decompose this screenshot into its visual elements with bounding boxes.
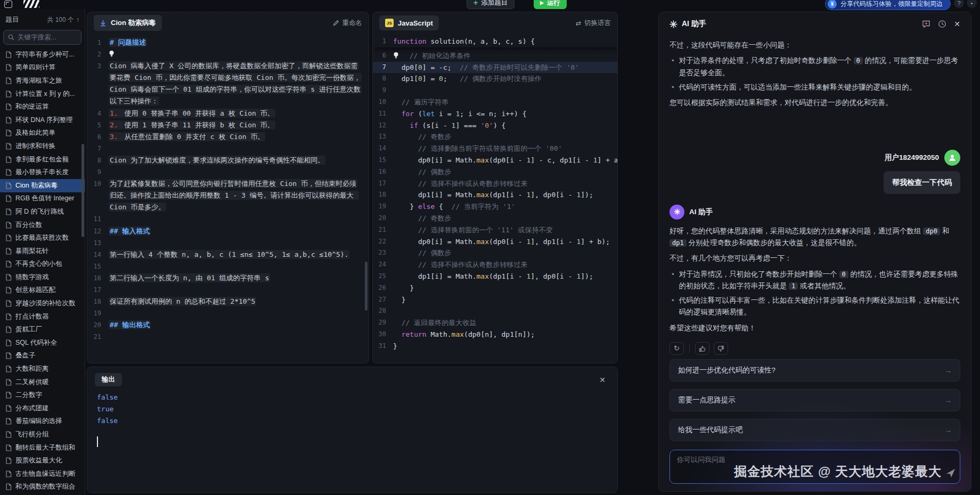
- regenerate-icon[interactable]: ↻: [669, 342, 684, 355]
- sidebar-item[interactable]: 及格如此简单: [0, 127, 85, 140]
- sidebar-item[interactable]: 阿 D 的飞行路线: [0, 205, 85, 218]
- lightbulb-icon: [393, 52, 399, 59]
- thumbs-up-icon[interactable]: [695, 342, 709, 355]
- juejin-logo-icon[interactable]: [23, 0, 39, 8]
- code-line: 23 // 偶数步: [373, 247, 617, 259]
- sidebar-item-label: 简单四则计算: [15, 63, 55, 72]
- thumbs-down-icon[interactable]: [714, 342, 728, 355]
- sidebar-item[interactable]: 番茄编辑的选择: [0, 415, 85, 428]
- language-tab[interactable]: JS JavaScript: [379, 15, 439, 30]
- ai-message-header: AI 助手: [669, 205, 960, 220]
- desc-line: 18保证所有测试用例的 n 的总和不超过 2*10^5: [87, 296, 369, 307]
- code-editor-panel: JS JavaScript ⇄ 切换语言 1function solution(…: [372, 12, 618, 363]
- sidebar-item[interactable]: 字符串有多少种可...: [0, 48, 85, 61]
- sidebar-item-label: 穿越沙漠的补给次数: [15, 299, 76, 308]
- promo-banner[interactable]: ¥ 分享代码练习体验，领限量定制周边: [825, 0, 951, 10]
- plus-icon: +: [473, 0, 478, 7]
- sidebar-item[interactable]: 飞行棋分组: [0, 428, 85, 441]
- sidebar-item[interactable]: 环状 DNA 序列整理: [0, 113, 85, 127]
- suggested-prompt-label: 需要一点思路提示: [678, 395, 736, 405]
- help-icon[interactable]: ?: [954, 0, 964, 8]
- output-tab[interactable]: 输出: [95, 373, 122, 386]
- sidebar-item[interactable]: 简单四则计算: [0, 61, 85, 75]
- sidebar-item[interactable]: 比赛最高获胜次数: [0, 231, 85, 245]
- sidebar-item[interactable]: 和为偶数的数字组合: [0, 481, 85, 494]
- close-output-icon[interactable]: ✕: [599, 376, 606, 384]
- document-icon: [5, 51, 12, 58]
- code-editor[interactable]: 1function solution(n, a, b, c, s) {6 // …: [373, 34, 617, 352]
- sidebar-item[interactable]: 青海湖租车之旅: [0, 74, 85, 87]
- rename-button[interactable]: 重命名: [333, 19, 363, 28]
- ai-message-earlier: 不过，这段代码可能存在一些小问题：•对于边界条件的处理，只考虑了初始时奇数步删除…: [669, 36, 960, 112]
- sidebar-item[interactable]: 二叉树供暖: [0, 376, 85, 389]
- sidebar-item[interactable]: 大数和距离: [0, 362, 85, 376]
- send-icon[interactable]: [946, 468, 956, 478]
- description-scrollbar[interactable]: [365, 262, 368, 311]
- suggested-prompt[interactable]: 如何进一步优化代码的可读性?→: [669, 359, 960, 382]
- sidebar-item[interactable]: Cion 勒索病毒: [0, 179, 85, 192]
- sidebar-item-label: 番茄编辑的选择: [15, 417, 62, 426]
- sidebar-item[interactable]: RGB 色值转 Integer: [0, 192, 85, 206]
- user-name: 用户1824992050: [885, 152, 939, 164]
- switch-language-label: 切换语言: [584, 19, 611, 28]
- document-icon: [5, 418, 12, 425]
- document-icon: [5, 91, 12, 98]
- sidebar-item[interactable]: 百分位数: [0, 218, 85, 232]
- search-input[interactable]: [18, 34, 77, 41]
- desc-line: 63. 从任意位置删除 0 并支付 c 枚 Cion 币。: [87, 131, 369, 143]
- sidebar-item-label: 古生物血缘远近判断: [15, 469, 76, 478]
- suggested-prompt[interactable]: 给我一些代码提示吧→: [669, 419, 960, 441]
- sidebar-item[interactable]: 二分数字: [0, 388, 85, 402]
- sidebar-item[interactable]: 打点计数器: [0, 310, 85, 323]
- sidebar-item[interactable]: 创意标题匹配: [0, 284, 85, 297]
- sidebar-item[interactable]: SQL 代码补全: [0, 336, 85, 350]
- sidebar-item[interactable]: 进制求和转换: [0, 140, 85, 153]
- sidebar-item[interactable]: 穿越沙漠的补给次数: [0, 297, 85, 310]
- sidebar-item[interactable]: 股票收益最大化: [0, 454, 85, 467]
- run-button[interactable]: ▶ 运行: [534, 0, 567, 9]
- code-line: 19 } else { // 当前字符为 '1': [373, 201, 617, 213]
- sidebar-item-label: 猜数字游戏: [15, 273, 49, 282]
- problem-tab[interactable]: Cion 勒索病毒: [94, 15, 162, 31]
- new-chat-icon[interactable]: [922, 20, 930, 28]
- notification-icon[interactable]: •: [967, 0, 977, 8]
- sidebar-item[interactable]: 叠盘子: [0, 350, 85, 363]
- desc-line: 19: [87, 307, 369, 319]
- javascript-icon: JS: [385, 19, 394, 27]
- window-icon[interactable]: [4, 1, 12, 8]
- code-line: 8 dp1[0] = 0; // 偶数步开始时没有操作: [373, 73, 617, 85]
- sidebar-item[interactable]: 暴雨梨花针: [0, 245, 85, 258]
- sidebar-item[interactable]: 不再贪心的小包: [0, 258, 85, 271]
- sidebar-item[interactable]: 翻转后最大子数组和: [0, 441, 85, 455]
- sidebar-item[interactable]: 计算位置 x 到 y 的...: [0, 87, 85, 101]
- switch-language-button[interactable]: ⇄ 切换语言: [576, 19, 611, 28]
- sidebar-item[interactable]: 蛋糕工厂: [0, 323, 85, 336]
- sidebar-scrollbar[interactable]: [81, 144, 84, 237]
- collapse-up-icon[interactable]: ↑: [76, 16, 79, 23]
- sidebar-item-label: 进制求和转换: [15, 142, 55, 151]
- sidebar-item[interactable]: 古生物血缘远近判断: [0, 467, 85, 481]
- sidebar-item[interactable]: 最小替换子串长度: [0, 166, 85, 179]
- sidebar-item[interactable]: 拿到最多红包金额: [0, 153, 85, 166]
- problem-description-editor[interactable]: 1# 问题描述23Cion 病毒入侵了 X 公司的数据库，将硬盘数据全部加密了，…: [87, 34, 369, 343]
- code-line: 18 dp1[i] = Math.max(dp1[i - 1], dp0[i -…: [373, 189, 617, 201]
- document-icon: [5, 261, 12, 267]
- close-ai-panel-icon[interactable]: ✕: [954, 20, 960, 28]
- sidebar-item-label: 翻转后最大子数组和: [15, 443, 76, 452]
- chat-input[interactable]: 你可以问我问题 掘金技术社区 @ 天大地大老婆最大: [669, 450, 960, 484]
- history-icon[interactable]: [938, 20, 946, 28]
- output-panel: 输出 ✕ falsetruefalse: [87, 367, 618, 493]
- sidebar-item-label: 字符串有多少种可...: [15, 50, 74, 59]
- document-icon: [5, 129, 12, 136]
- sidebar-item-label: RGB 色值转 Integer: [15, 194, 74, 203]
- sidebar-item[interactable]: 分布式团建: [0, 402, 85, 415]
- suggested-prompt[interactable]: 需要一点思路提示→: [669, 389, 960, 411]
- sidebar-item[interactable]: 和的逆运算: [0, 100, 85, 113]
- sidebar-item[interactable]: 猜数字游戏: [0, 271, 85, 284]
- add-problem-button[interactable]: + 添加题目: [467, 0, 514, 9]
- search-box[interactable]: [3, 30, 81, 45]
- output-value: false: [97, 392, 617, 403]
- code-line: 1function solution(n, a, b, c, s) {: [373, 36, 617, 47]
- ai-avatar: [669, 205, 684, 220]
- sidebar-item-label: 百分位数: [15, 221, 42, 230]
